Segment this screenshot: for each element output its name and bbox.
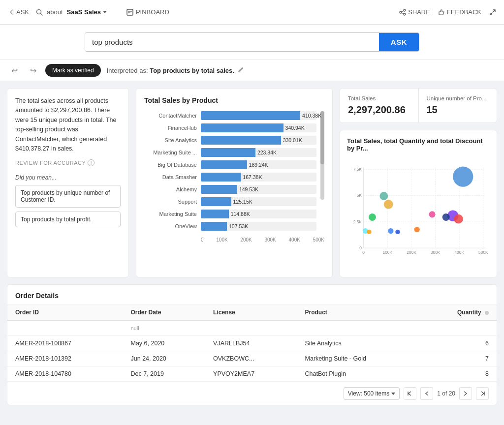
table-cell xyxy=(297,320,421,336)
axis-label: 500K xyxy=(313,237,324,243)
svg-point-36 xyxy=(454,214,463,224)
kpi-label: Unique number of Pro... xyxy=(427,95,489,101)
svg-text:300K: 300K xyxy=(431,250,441,255)
review-accuracy-button[interactable]: REVIEW FOR ACCURACY i xyxy=(15,159,121,166)
interpreted-query: Top products by total sales. xyxy=(150,67,234,74)
svg-line-8 xyxy=(402,11,404,12)
kpi-row: Total Sales 2,297,200.86 Unique number o… xyxy=(340,88,497,123)
bar-label: Big Ol Database xyxy=(144,162,201,168)
table-row: AMER-2018-104780 Dec 7, 2019 YPVOY2MEA7 … xyxy=(7,366,497,382)
scatter-plot: 0 2.5K 5K 7.5K 0 100K 200K 300K 400K 500… xyxy=(347,157,490,270)
feedback-label: FEEDBACK xyxy=(447,8,481,16)
table-cell xyxy=(7,320,123,336)
table-column-header[interactable]: Order Date xyxy=(123,305,206,320)
search-icon xyxy=(36,9,43,16)
bar-label: ContactMatcher xyxy=(144,113,201,119)
svg-text:400K: 400K xyxy=(454,250,464,255)
kpi-value: 15 xyxy=(427,104,489,116)
bar-fill xyxy=(201,197,231,206)
bar-row: OneView 107.53K xyxy=(144,222,316,231)
bar-fill xyxy=(201,123,284,132)
table-cell: Dec 7, 2019 xyxy=(123,366,206,382)
table-cell xyxy=(205,320,297,336)
bar-chart-title: Total Sales by Product xyxy=(144,96,324,104)
nav-datasource[interactable]: SaaS Sales xyxy=(67,8,107,16)
svg-point-41 xyxy=(367,230,371,234)
table-row: null xyxy=(7,320,497,336)
view-select[interactable]: View: 500 items xyxy=(344,387,400,400)
thumbsup-icon xyxy=(438,9,445,16)
bar-value: 189.24K xyxy=(249,162,341,168)
nav-pinboard-button[interactable]: PINBOARD xyxy=(123,6,173,18)
first-page-button[interactable] xyxy=(404,387,416,400)
table-body: null AMER-2018-100867 May 6, 2020 VJARLL… xyxy=(7,320,497,382)
bar-label: Data Smasher xyxy=(144,174,201,180)
search-section: ASK xyxy=(0,25,504,60)
svg-point-43 xyxy=(395,230,400,234)
table-cell: YPVOY2MEA7 xyxy=(205,366,297,382)
nav-ask-button[interactable]: ASK xyxy=(8,6,32,18)
last-page-button[interactable] xyxy=(476,387,489,400)
svg-line-1 xyxy=(41,13,43,15)
suggestion-button-1[interactable]: Top products by unique number of Custome… xyxy=(15,185,121,208)
table-cell: 7 xyxy=(421,351,497,366)
expand-button[interactable] xyxy=(489,9,496,16)
suggestion-button-2[interactable]: Top products by total profit. xyxy=(15,212,121,227)
bar-fill xyxy=(201,160,247,169)
datasource-label: SaaS Sales xyxy=(67,8,101,16)
table-column-header[interactable]: License xyxy=(205,305,297,320)
ask-button[interactable]: ASK xyxy=(379,33,419,51)
info-icon: i xyxy=(88,159,94,166)
search-input[interactable] xyxy=(85,33,379,51)
mark-verified-button[interactable]: Mark as verified xyxy=(45,64,101,77)
bar-label: FinanceHub xyxy=(144,125,201,131)
bar-outer: 107.53K xyxy=(201,222,316,231)
svg-text:100K: 100K xyxy=(383,250,393,255)
bar-outer: 167.38K xyxy=(201,173,316,182)
redo-button[interactable]: ↪ xyxy=(27,64,39,77)
did-you-mean-label: Did you mean... xyxy=(15,174,121,181)
bar-fill xyxy=(201,210,229,218)
bar-value: 107.53K xyxy=(229,223,341,229)
bar-label: OneView xyxy=(144,223,201,229)
feedback-button[interactable]: FEEDBACK xyxy=(438,8,481,16)
prev-page-button[interactable] xyxy=(420,387,433,400)
interpreted-as-label: Interpreted as: Top products by total sa… xyxy=(107,66,245,74)
scatter-svg: 0 2.5K 5K 7.5K 0 100K 200K 300K 400K 500… xyxy=(347,157,490,270)
table-cell: 8 xyxy=(421,366,497,382)
table-column-header[interactable]: Quantity xyxy=(421,305,497,320)
axis-label: 0 xyxy=(201,237,204,243)
bar-outer: 223.84K xyxy=(201,148,316,157)
share-button[interactable]: SHARE xyxy=(399,8,430,16)
nav-ask-label: ASK xyxy=(16,8,29,16)
table-cell: Jun 24, 2020 xyxy=(123,351,206,366)
table-column-header[interactable]: Order ID xyxy=(7,305,123,320)
bar-chart-inner: ContactMatcher 410.38K FinanceHub 340.94… xyxy=(144,111,324,234)
bar-outer: 410.38K xyxy=(201,111,316,120)
bar-outer: 340.94K xyxy=(201,123,316,132)
view-dropdown-icon xyxy=(391,393,395,395)
bar-label: Marketing Suite ... xyxy=(144,150,201,155)
nav-left: ASK about SaaS Sales PINBOARD xyxy=(8,6,173,18)
pinboard-label: PINBOARD xyxy=(136,8,169,16)
svg-point-39 xyxy=(369,213,376,221)
nav-about-label: about xyxy=(47,8,63,16)
bar-value: 330.01K xyxy=(283,137,341,143)
bar-label: Support xyxy=(144,199,201,205)
bar-fill xyxy=(201,148,255,157)
undo-button[interactable]: ↩ xyxy=(8,64,21,77)
edit-icon[interactable] xyxy=(238,66,244,73)
table-cell: AMER-2018-104780 xyxy=(7,366,123,382)
kpi-item: Unique number of Pro... 15 xyxy=(419,89,497,122)
bar-value: 125.15K xyxy=(233,199,341,205)
share-label: SHARE xyxy=(408,8,430,16)
next-page-button[interactable] xyxy=(459,387,472,400)
pinboard-icon xyxy=(126,9,133,16)
bar-outer: 114.88K xyxy=(201,210,316,218)
svg-point-6 xyxy=(400,11,402,13)
table-cell: Site Analytics xyxy=(297,336,421,351)
bar-value: 114.88K xyxy=(231,211,341,217)
kpi-label: Total Sales xyxy=(348,95,410,101)
axis-label: 200K xyxy=(240,237,252,243)
table-column-header[interactable]: Product xyxy=(297,305,421,320)
